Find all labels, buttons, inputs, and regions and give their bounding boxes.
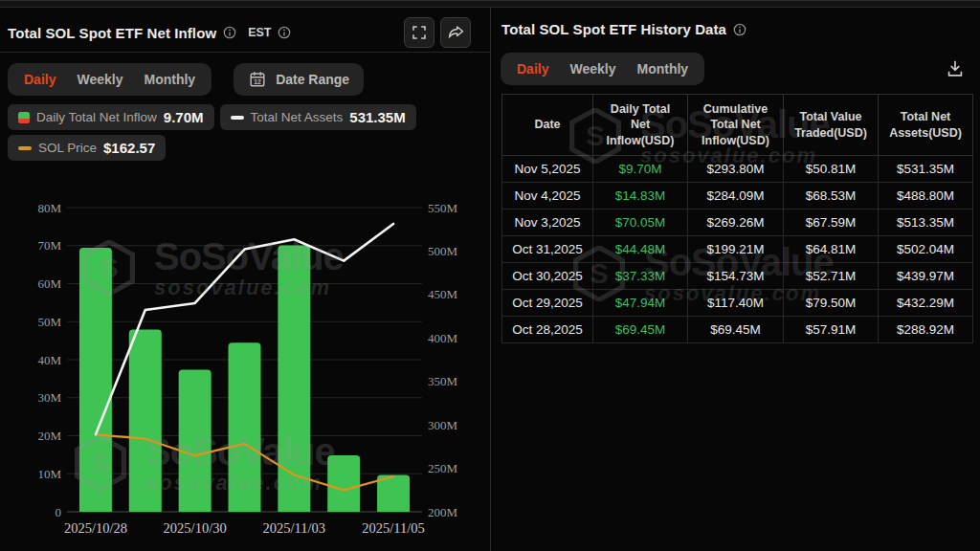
net-inflow-chart-panel: Total SOL Spot ETF Net Inflow EST — [0, 8, 491, 551]
column-header: Daily Total Net Inflow(USD) — [593, 95, 688, 156]
cell-daily-net-inflow: $44.48M — [593, 236, 688, 263]
panels-container: Total SOL Spot ETF Net Inflow EST — [0, 8, 980, 551]
history-controls: Daily Weekly Monthly — [501, 53, 969, 85]
history-panel-header: Total SOL Spot ETF History Data — [501, 21, 746, 37]
inflow-bar[interactable] — [278, 246, 310, 512]
fullscreen-button[interactable] — [404, 17, 434, 48]
cell-cumulative-inflow: $284.09M — [688, 183, 784, 209]
cell-cumulative-inflow: $269.26M — [688, 209, 784, 236]
legend-value: $162.57 — [103, 140, 155, 156]
left-axis-tick-label: 10M — [37, 467, 61, 481]
calendar-icon: 12 — [248, 70, 267, 89]
x-axis-date-label: 2025/10/28 — [64, 520, 127, 536]
legend-item-total-net-assets[interactable]: Total Net Assets 531.35M — [220, 104, 416, 130]
table-row: Nov 3,2025$70.05M$269.26M$67.59M$513.35M — [502, 209, 973, 236]
bar-series-icon — [18, 112, 30, 123]
legend-row: Daily Total Net Inflow 9.70M Total Net A… — [8, 104, 416, 130]
legend-label: Daily Total Net Inflow — [36, 110, 157, 124]
cell-daily-net-inflow: $9.70M — [593, 156, 688, 183]
table-row: Oct 30,2025$37.33M$154.73M$52.71M$439.97… — [502, 263, 973, 290]
chart-period-tabs: Daily Weekly Monthly — [8, 63, 212, 96]
table-row: Nov 4,2025$14.83M$284.09M$68.53M$488.80M — [502, 183, 973, 209]
table-row: Oct 28,2025$69.45M$69.45M$57.91M$288.92M — [502, 317, 973, 343]
etf-net-inflow-chart: 010M20M30M40M50M60M70M80M200M250M300M350… — [0, 182, 483, 551]
info-icon[interactable] — [733, 23, 746, 36]
tab-weekly[interactable]: Weekly — [66, 63, 133, 96]
cell-date: Oct 30,2025 — [502, 263, 593, 290]
date-range-label: Date Range — [276, 72, 349, 87]
right-axis-tick-label: 550M — [428, 201, 458, 215]
table-row: Nov 5,2025$9.70M$293.80M$50.81M$531.35M — [502, 156, 973, 183]
cell-net-assets: $502.04M — [879, 236, 973, 263]
legend-label: SOL Price — [38, 141, 97, 155]
right-axis-tick-label: 450M — [428, 287, 458, 301]
cell-net-assets: $488.80M — [879, 183, 973, 209]
table-row: Oct 29,2025$47.94M$117.40M$79.50M$432.29… — [502, 290, 973, 317]
inflow-bar[interactable] — [229, 342, 261, 512]
share-button[interactable] — [440, 17, 471, 48]
timezone-label: EST — [248, 26, 271, 39]
left-axis-tick-label: 80M — [37, 201, 61, 215]
tab-monthly[interactable]: Monthly — [626, 53, 699, 85]
info-icon[interactable] — [278, 26, 291, 39]
chart-legend: Daily Total Net Inflow 9.70M Total Net A… — [8, 104, 416, 161]
left-axis-tick-label: 0 — [56, 505, 62, 519]
cell-value-traded: $67.59M — [784, 209, 879, 236]
right-axis-tick-label: 400M — [428, 331, 458, 345]
inflow-bar[interactable] — [327, 455, 360, 512]
legend-item-sol-price[interactable]: SOL Price $162.57 — [8, 135, 166, 161]
column-header: Date — [502, 95, 593, 156]
cell-value-traded: $52.71M — [784, 263, 879, 290]
top-strip — [0, 0, 980, 8]
assets-line-icon — [231, 116, 244, 120]
left-axis-tick-label: 70M — [37, 238, 61, 253]
history-period-tabs: Daily Weekly Monthly — [501, 53, 704, 85]
sol-price-line-icon — [18, 146, 32, 150]
cell-date: Nov 4,2025 — [502, 183, 593, 209]
cell-cumulative-inflow: $293.80M — [688, 156, 784, 183]
inflow-bar[interactable] — [129, 329, 162, 512]
cell-net-assets: $288.92M — [879, 317, 973, 343]
tab-monthly[interactable]: Monthly — [133, 63, 206, 96]
legend-row: SOL Price $162.57 — [8, 135, 416, 161]
table-header-row: DateDaily Total Net Inflow(USD)Cumulativ… — [502, 95, 973, 156]
date-range-button[interactable]: 12 Date Range — [234, 63, 364, 96]
column-header: Total Value Traded(USD) — [784, 95, 879, 156]
left-axis-tick-label: 60M — [37, 276, 61, 291]
history-data-panel: Total SOL Spot ETF History Data Daily We… — [491, 8, 980, 551]
cell-net-assets: $432.29M — [879, 290, 973, 317]
left-axis-tick-label: 30M — [37, 390, 61, 405]
tab-weekly[interactable]: Weekly — [559, 53, 626, 85]
right-axis-tick-label: 200M — [428, 505, 458, 519]
cell-value-traded: $68.53M — [784, 183, 879, 209]
inflow-bar[interactable] — [179, 370, 212, 512]
left-axis-tick-label: 20M — [37, 429, 61, 443]
tab-daily[interactable]: Daily — [506, 53, 559, 85]
info-icon[interactable] — [223, 26, 236, 39]
x-axis-date-label: 2025/11/03 — [263, 520, 326, 536]
inflow-bar[interactable] — [79, 248, 112, 512]
sosovalue-sol-etf-dashboard: Total SOL Spot ETF Net Inflow EST — [0, 0, 980, 551]
column-header: Cumulative Total Net Inflow(USD) — [688, 95, 784, 156]
cell-net-assets: $439.97M — [879, 263, 973, 290]
legend-value: 9.70M — [164, 109, 204, 125]
legend-item-daily-net-inflow[interactable]: Daily Total Net Inflow 9.70M — [8, 104, 214, 130]
cell-date: Nov 5,2025 — [502, 156, 593, 183]
cell-cumulative-inflow: $117.40M — [688, 290, 784, 317]
cell-daily-net-inflow: $70.05M — [593, 209, 688, 236]
table-row: Oct 31,2025$44.48M$199.21M$64.81M$502.04… — [502, 236, 973, 263]
right-axis-tick-label: 250M — [428, 461, 458, 475]
x-axis-date-label: 2025/10/30 — [164, 520, 227, 536]
cell-date: Nov 3,2025 — [502, 209, 593, 236]
tab-daily[interactable]: Daily — [13, 63, 66, 96]
cell-date: Oct 28,2025 — [502, 317, 593, 343]
right-axis-tick-label: 300M — [428, 418, 458, 432]
cell-value-traded: $50.81M — [784, 156, 879, 183]
cell-daily-net-inflow: $14.83M — [593, 183, 688, 209]
header-divider — [0, 52, 491, 53]
cell-cumulative-inflow: $154.73M — [688, 263, 784, 290]
download-button[interactable] — [942, 55, 969, 82]
cell-value-traded: $57.91M — [784, 317, 879, 343]
cell-value-traded: $79.50M — [784, 290, 879, 317]
cell-cumulative-inflow: $199.21M — [688, 236, 784, 263]
